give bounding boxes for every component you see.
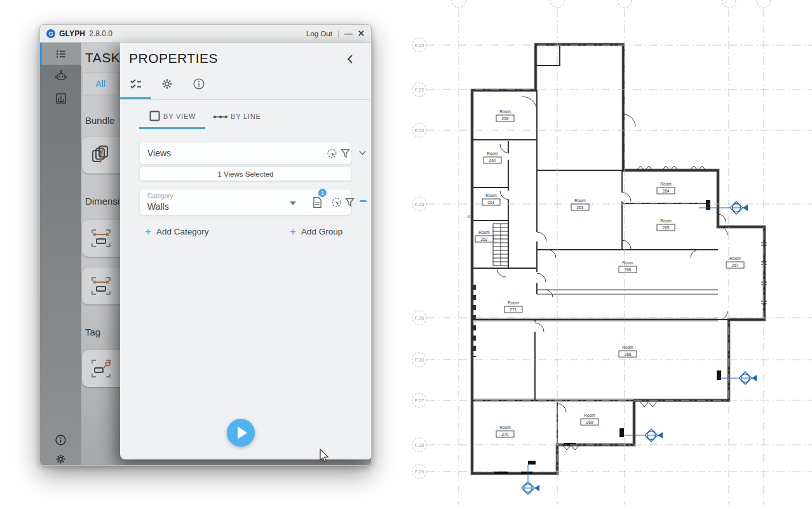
mode-tab-by-line[interactable]: BY LINE: [231, 112, 261, 120]
svg-text:Room: Room: [574, 198, 585, 203]
tasks-tab-all[interactable]: All: [82, 72, 119, 95]
svg-text:267: 267: [732, 263, 739, 268]
app-version: 2.8.0.0: [89, 29, 112, 38]
svg-text:263: 263: [577, 205, 584, 210]
svg-text:F.29: F.29: [414, 469, 424, 475]
dimension-icon: [90, 227, 112, 250]
run-play-button[interactable]: [227, 419, 255, 447]
category-count-badge: 1: [318, 189, 327, 197]
filter-funnel-icon[interactable]: [345, 198, 355, 207]
svg-text:Room: Room: [622, 345, 633, 350]
svg-text:Room: Room: [660, 219, 671, 223]
window-body: TASKS All Bundle Dimensi: [40, 43, 371, 465]
svg-text:F.25: F.25: [414, 201, 424, 207]
desktop: F.23F.22F.24F.25F.26F.30F.27F.28F.29Room…: [0, 0, 812, 509]
plan-door-swings: [497, 97, 727, 412]
svg-text:270: 270: [502, 432, 509, 437]
filter-funnel-icon[interactable]: [341, 149, 350, 158]
add-category-button[interactable]: +Add Category: [145, 226, 209, 238]
svg-text:271: 271: [510, 308, 517, 312]
chevron-left-icon[interactable]: [346, 54, 355, 64]
chevron-down-icon[interactable]: [358, 148, 367, 158]
section-label-bundle: Bundle: [85, 115, 115, 126]
sidebar-item-settings[interactable]: [40, 449, 81, 466]
dropdown-caret-icon[interactable]: [290, 201, 296, 205]
section-label-tag: Tag: [85, 327, 100, 337]
tag-icon: [90, 357, 112, 380]
properties-panel: PROPERTIES: [120, 43, 372, 459]
svg-text:261: 261: [488, 200, 495, 205]
svg-text:260: 260: [489, 158, 496, 163]
info-icon: [55, 434, 67, 446]
svg-text:Room: Room: [499, 109, 510, 114]
svg-text:F.30: F.30: [414, 357, 424, 363]
pick-selection-icon[interactable]: [327, 148, 337, 159]
minimize-button[interactable]: —: [344, 29, 353, 37]
svg-text:259: 259: [502, 116, 509, 121]
svg-text:F.23: F.23: [414, 43, 424, 48]
dotted-line-icon: [213, 114, 228, 120]
svg-text:Room: Room: [478, 230, 489, 234]
dimension-icon: [90, 275, 112, 297]
close-button[interactable]: ✕: [358, 29, 365, 37]
checklist-tab-icon[interactable]: [130, 78, 142, 90]
svg-text:F.28: F.28: [414, 442, 424, 448]
category-value: Walls: [147, 201, 169, 212]
titlebar[interactable]: G GLYPH 2.8.0.0 Log Out | — ✕: [40, 25, 371, 43]
svg-text:Room: Room: [729, 256, 740, 261]
svg-text:265: 265: [663, 226, 670, 230]
plan-outer-walls: [472, 44, 764, 473]
add-category-label: Add Category: [156, 227, 209, 236]
sidebar-item-tasks[interactable]: [40, 43, 81, 65]
bundle-icon: [90, 144, 112, 166]
gear-tab-icon[interactable]: [161, 78, 173, 90]
mode-tab-by-view[interactable]: BY VIEW: [163, 112, 196, 120]
glyph-app-window: G GLYPH 2.8.0.0 Log Out | — ✕: [39, 24, 372, 466]
plan-door-frames: [494, 200, 721, 474]
properties-title: PROPERTIES: [129, 51, 218, 66]
svg-text:F.26: F.26: [414, 315, 424, 321]
plus-icon: +: [290, 226, 296, 238]
svg-text:264: 264: [663, 189, 670, 193]
svg-text:F.24: F.24: [414, 128, 424, 133]
svg-text:F.22: F.22: [414, 87, 424, 93]
views-selected-bar[interactable]: 1 Views Selected: [139, 166, 352, 181]
svg-text:269: 269: [586, 420, 593, 424]
plan-thin-walls: [493, 166, 767, 450]
remove-minus-icon[interactable]: [360, 200, 367, 202]
svg-text:Room: Room: [485, 193, 496, 198]
tasks-list-icon: [54, 47, 68, 61]
add-group-label: Add Group: [301, 227, 342, 236]
svg-text:268: 268: [625, 352, 632, 356]
category-field[interactable]: Category Walls 1: [139, 189, 352, 215]
svg-text:F.27: F.27: [414, 398, 424, 404]
svg-text:UP: UP: [467, 215, 472, 219]
svg-text:Room: Room: [487, 151, 497, 156]
views-field[interactable]: Views: [139, 142, 352, 165]
sidebar-item-analytics[interactable]: [40, 87, 81, 109]
svg-text:Room: Room: [622, 261, 633, 265]
plan-interior-walls: [472, 44, 729, 445]
sidebar-item-bot[interactable]: [40, 65, 81, 87]
analytics-icon: [54, 92, 68, 105]
settings-gear-icon: [55, 453, 67, 465]
logout-button[interactable]: Log Out: [306, 30, 332, 37]
app-brand: GLYPH: [59, 29, 85, 38]
mode-tab-underline: [139, 127, 205, 129]
mouse-cursor-icon: [318, 449, 329, 464]
svg-text:Room: Room: [660, 182, 671, 186]
sidebar-item-info[interactable]: [40, 430, 81, 449]
titlebar-separator: |: [337, 29, 339, 38]
document-count-icon[interactable]: [313, 196, 322, 208]
section-label-dimension: Dimensi: [85, 196, 119, 207]
category-label: Category: [147, 193, 173, 200]
pick-selection-icon[interactable]: [331, 197, 342, 208]
info-tab-icon[interactable]: [193, 78, 205, 90]
svg-text:Room: Room: [499, 425, 510, 430]
tab-divider: [120, 99, 372, 100]
add-group-button[interactable]: +Add Group: [290, 226, 342, 238]
views-field-label: Views: [147, 148, 171, 158]
checkbox-icon: [149, 111, 160, 121]
svg-text:262: 262: [481, 237, 488, 241]
sidebar: [40, 43, 81, 465]
